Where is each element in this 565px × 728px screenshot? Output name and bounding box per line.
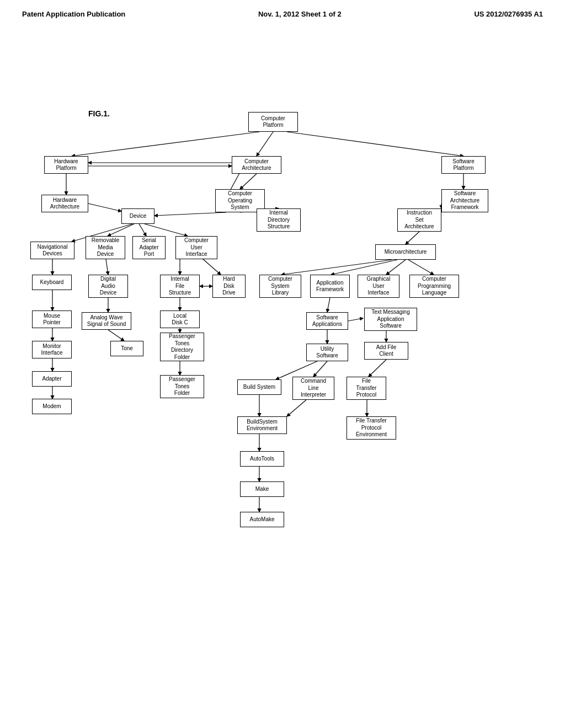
node-buildsystem-env: BuildSystemEnvironment [237,416,287,434]
node-keyboard: Keyboard [32,275,72,290]
node-mouse-pointer: MousePointer [32,311,72,328]
node-automake: AutoMake [240,512,284,527]
node-analog-wave: Analog WaveSignal of Sound [82,312,131,330]
page-header: Patent Application Publication Nov. 1, 2… [0,0,565,18]
node-make: Make [240,481,284,497]
header-left: Patent Application Publication [22,10,125,18]
node-local-disk-c: LocalDisk C [160,311,200,328]
svg-line-12 [139,224,146,236]
diagram-container: FIG.1. [0,24,565,697]
node-instruction-set-arch: InstructionSetArchitecture [397,208,441,232]
node-passenger-tones-dir: PassengerTonesDirectoryFolder [160,333,204,361]
node-software-arch-framework: SoftwareArchitectureFramework [441,189,488,212]
svg-line-2 [287,132,463,156]
node-tone: Tone [110,341,143,356]
node-serial-adapter: SerialAdapterPort [132,236,166,259]
svg-line-29 [108,330,124,341]
svg-line-4 [240,174,257,189]
node-removable-media: RemovableMediaDevice [86,236,125,259]
node-app-framework: ApplicationFramework [310,275,350,298]
node-passenger-tones-folder: PassengerTonesFolder [160,375,204,398]
svg-line-8 [154,212,226,216]
node-computer-sys-lib: ComputerSystemLibrary [259,275,301,298]
node-gui: GraphicalUserInterface [358,275,399,298]
svg-line-22 [281,260,392,275]
node-digital-audio-device: DigitalAudioDevice [88,275,128,298]
node-software-platform: SoftwarePlatform [441,156,486,174]
node-computer-prog-lang: ComputerProgrammingLanguage [409,275,459,298]
node-microarchitecture: Microarchitecture [375,244,436,260]
node-hardware-platform: HardwarePlatform [44,156,88,174]
svg-line-20 [408,260,434,275]
svg-line-16 [106,259,108,275]
node-hard-disk-drive: HardDiskDrive [212,275,246,298]
svg-line-40 [287,400,306,416]
node-computer-platform: ComputerPlatform [248,112,298,132]
node-hardware-architecture: HardwareArchitecture [41,195,88,212]
header-center: Nov. 1, 2012 Sheet 1 of 2 [258,10,342,18]
svg-line-21 [331,260,397,275]
node-software-apps: SoftwareApplications [306,312,348,330]
header-right: US 2012/0276935 A1 [474,10,543,18]
node-modem: Modem [32,399,72,414]
node-computer-user-interface: ComputerUserInterface [175,236,217,259]
svg-line-0 [257,132,273,156]
node-build-system: Build System [237,379,281,395]
svg-line-27 [348,318,363,321]
node-autotools: AutoTools [240,451,284,467]
svg-line-37 [369,360,386,377]
node-device: Device [121,208,154,224]
svg-line-13 [145,224,188,236]
node-text-messaging: Text MessagingApplicationSoftware [364,308,417,331]
node-computer-architecture: ComputerArchitecture [232,156,281,174]
svg-line-36 [313,361,327,377]
node-utility-software: UtilitySoftware [306,344,348,361]
node-internal-file-structure: InternalFileStructure [160,275,200,298]
svg-line-1 [72,132,259,156]
node-nav-devices: NavigationalDevices [30,242,74,259]
svg-line-6 [88,204,121,211]
svg-line-45 [327,298,330,312]
svg-line-19 [386,260,406,275]
node-add-file-client: Add FileClient [364,342,408,360]
node-file-transfer-protocol: FileTransferProtocol [347,377,386,400]
node-monitor-interface: MonitorInterface [32,341,72,358]
node-command-line: CommandLineInterpreter [292,377,334,400]
node-adapter: Adapter [32,371,72,387]
node-file-transfer-env: File TransferProtocolEnvironment [347,416,396,440]
node-internal-dir-structure: InternalDirectoryStructure [257,208,301,232]
svg-line-14 [406,232,419,244]
